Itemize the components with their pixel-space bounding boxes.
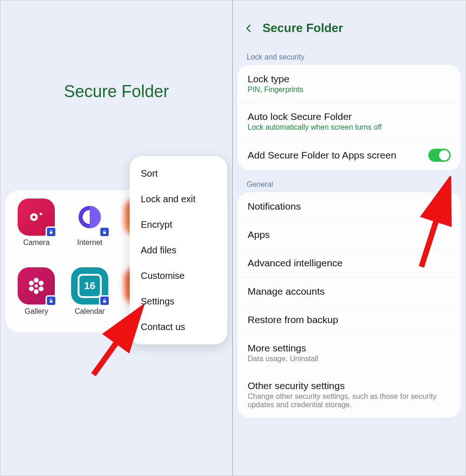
app-gallery[interactable]: Gallery [12,267,61,324]
svg-rect-3 [50,232,53,234]
menu-encrypt[interactable]: Encrypt [130,212,227,238]
svg-point-10 [39,286,44,291]
svg-rect-6 [103,232,106,234]
svg-point-12 [29,286,34,291]
calendar-day: 16 [78,274,102,298]
svg-point-7 [35,284,38,288]
app-label: Gallery [12,307,61,316]
app-internet[interactable]: Internet [65,198,115,255]
secure-folder-app-screen: Secure Folder Camera Internet [0,0,233,476]
menu-customise[interactable]: Customise [130,263,227,289]
svg-point-2 [40,213,42,215]
menu-lock-and-exit[interactable]: Lock and exit [130,186,227,212]
back-icon[interactable] [244,23,254,33]
app-calendar[interactable]: 16 Calendar [65,267,115,324]
app-label: Internet [65,238,115,247]
overflow-menu: Sort Lock and exit Encrypt Add files Cus… [130,156,227,344]
row-lock-type[interactable]: Lock type PIN, Fingerprints [237,65,461,103]
row-manage-accounts[interactable]: Manage accounts [237,278,461,306]
app-camera[interactable]: Camera [12,198,61,255]
section-general: General [233,177,466,192]
svg-point-9 [39,281,44,286]
card-lock-and-security: Lock type PIN, Fingerprints Auto lock Se… [237,65,461,170]
app-label: Camera [12,238,61,247]
row-restore-from-backup[interactable]: Restore from backup [237,306,461,334]
row-other-security-settings[interactable]: Other security settings Change other sec… [237,372,461,417]
header-title: Secure Folder [263,21,343,35]
lock-badge-icon [99,295,110,306]
app-label: Calendar [65,307,115,316]
secure-folder-settings-screen: Secure Folder Lock and security Lock typ… [233,0,466,476]
svg-point-13 [29,281,34,286]
lock-badge-icon [99,226,110,238]
menu-settings[interactable]: Settings [130,289,227,314]
section-lock-and-security: Lock and security [233,49,466,65]
row-apps[interactable]: Apps [237,221,461,249]
settings-header: Secure Folder [233,0,466,49]
svg-point-1 [33,216,36,219]
menu-contact-us[interactable]: Contact us [130,314,227,340]
menu-add-files[interactable]: Add files [130,238,227,263]
page-title: Secure Folder [0,82,232,101]
row-notifications[interactable]: Notifications [237,192,461,221]
row-advanced-intelligence[interactable]: Advanced intelligence [237,249,461,278]
svg-point-8 [34,278,39,283]
svg-rect-15 [103,301,106,303]
toggle-add-to-apps[interactable] [428,149,451,162]
menu-sort[interactable]: Sort [130,161,227,186]
row-auto-lock[interactable]: Auto lock Secure Folder Lock automatical… [237,103,461,140]
svg-rect-14 [50,301,53,303]
lock-badge-icon [46,295,57,306]
svg-point-11 [34,289,39,294]
card-general: Notifications Apps Advanced intelligence… [237,192,461,417]
row-add-to-apps-screen[interactable]: Add Secure Folder to Apps screen [237,140,461,170]
row-more-settings[interactable]: More settings Data usage, Uninstall [237,334,461,372]
lock-badge-icon [46,226,57,238]
